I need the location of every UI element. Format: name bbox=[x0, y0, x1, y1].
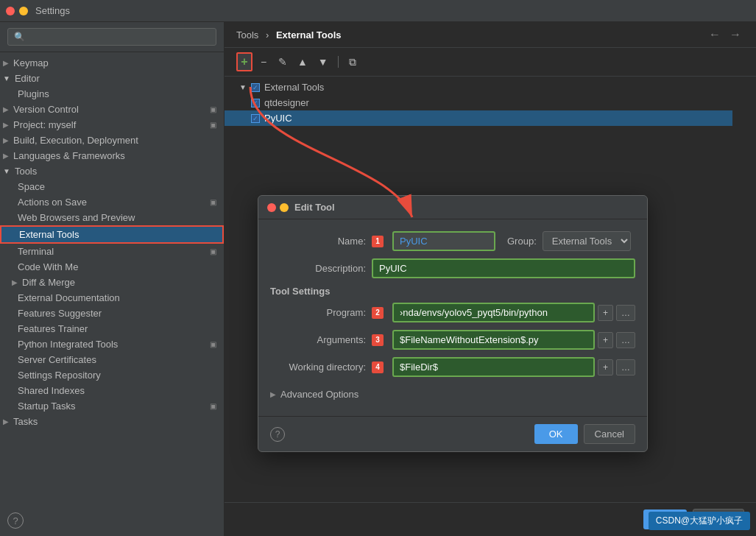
sidebar-item-web-browsers[interactable]: Web Browsers and Preview bbox=[0, 210, 224, 225]
breadcrumb-current: External Tools bbox=[276, 29, 342, 40]
group-checkbox[interactable]: ✓ bbox=[251, 83, 260, 92]
sidebar: ▶ Keymap ▼ Editor Plugins ▶ Version Cont… bbox=[0, 22, 225, 536]
program-input[interactable] bbox=[392, 303, 595, 322]
sidebar-item-settings-repo[interactable]: Settings Repository bbox=[0, 367, 224, 383]
working-dir-input-group: + … bbox=[392, 357, 635, 377]
sidebar-item-diff-merge[interactable]: ▶ Diff & Merge bbox=[0, 275, 224, 290]
dialog-footer: ? OK Cancel bbox=[258, 416, 647, 451]
dialog-ok-button[interactable]: OK bbox=[534, 424, 578, 444]
sidebar-item-external-tools[interactable]: External Tools bbox=[0, 225, 224, 244]
copy-tool-button[interactable]: ⧉ bbox=[345, 54, 361, 71]
item-checkbox[interactable]: ✓ bbox=[251, 99, 260, 107]
arguments-input-group: + … bbox=[392, 330, 635, 350]
sidebar-item-shared-indexes[interactable]: Shared Indexes bbox=[0, 383, 224, 398]
sidebar-item-terminal[interactable]: Terminal ▣ bbox=[0, 244, 224, 259]
tree-item-pyuic[interactable]: ✓ PyUIC bbox=[225, 110, 732, 126]
sidebar-item-label: Settings Repository bbox=[18, 370, 101, 381]
working-dir-input[interactable] bbox=[392, 357, 595, 377]
sidebar-item-project[interactable]: ▶ Project: myself ▣ bbox=[0, 117, 224, 133]
sidebar-item-label: Shared Indexes bbox=[18, 385, 85, 396]
icon-indicator: ▣ bbox=[210, 247, 216, 255]
sidebar-item-server-certs[interactable]: Server Certificates bbox=[0, 352, 224, 367]
sidebar-item-label: Startup Tasks bbox=[18, 401, 76, 412]
name-group-row: Name: 1 Group: External Tools bbox=[270, 231, 635, 251]
working-dir-plus-button[interactable]: + bbox=[598, 359, 613, 375]
step-3-badge: 3 bbox=[372, 334, 384, 346]
dialog-close-button[interactable] bbox=[267, 203, 276, 212]
sidebar-item-label: Features Trainer bbox=[18, 323, 88, 334]
sidebar-item-label: Project: myself bbox=[13, 119, 76, 130]
group-select[interactable]: External Tools bbox=[543, 231, 631, 251]
arrow-icon: ▶ bbox=[12, 278, 18, 286]
remove-tool-button[interactable]: − bbox=[255, 54, 272, 70]
sidebar-item-space[interactable]: Space bbox=[0, 179, 224, 194]
move-down-button[interactable]: ▼ bbox=[314, 54, 332, 70]
sidebar-item-label: External Documentation bbox=[18, 292, 120, 303]
sidebar-item-code-with-me[interactable]: Code With Me bbox=[0, 259, 224, 275]
sidebar-item-label: Plugins bbox=[18, 88, 49, 99]
sidebar-item-editor[interactable]: ▼ Editor bbox=[0, 71, 224, 86]
sidebar-tree: ▶ Keymap ▼ Editor Plugins ▶ Version Cont… bbox=[0, 52, 224, 536]
sidebar-item-plugins[interactable]: Plugins bbox=[0, 86, 224, 102]
dialog-controls[interactable] bbox=[267, 203, 289, 212]
tree-group-external-tools[interactable]: ▼ ✓ External Tools bbox=[236, 80, 744, 95]
dialog-cancel-button[interactable]: Cancel bbox=[584, 424, 635, 444]
sidebar-item-features-suggester[interactable]: Features Suggester bbox=[0, 306, 224, 321]
program-label: Program: bbox=[270, 307, 366, 318]
sidebar-item-label: Version Control bbox=[13, 104, 79, 115]
icon-indicator: ▣ bbox=[210, 402, 216, 410]
minimize-button[interactable] bbox=[19, 7, 28, 15]
arrow-icon: ▶ bbox=[3, 105, 9, 113]
sidebar-item-build[interactable]: ▶ Build, Execution, Deployment bbox=[0, 133, 224, 148]
program-browse-button[interactable]: … bbox=[616, 305, 635, 321]
step-4-badge: 4 bbox=[372, 362, 384, 373]
sidebar-item-keymap[interactable]: ▶ Keymap bbox=[0, 55, 224, 71]
arguments-row: Arguments: 3 + … bbox=[270, 330, 635, 350]
arrow-icon: ▶ bbox=[3, 136, 9, 144]
name-input[interactable] bbox=[392, 231, 495, 251]
advanced-options-toggle[interactable]: ▶ Advanced Options bbox=[270, 384, 635, 404]
sidebar-item-languages[interactable]: ▶ Languages & Frameworks bbox=[0, 148, 224, 163]
dialog-min-button[interactable] bbox=[280, 203, 289, 212]
sidebar-item-tasks[interactable]: ▶ Tasks bbox=[0, 414, 224, 429]
toolbar-separator bbox=[338, 56, 339, 68]
dialog-help-button[interactable]: ? bbox=[270, 427, 285, 442]
sidebar-item-actions-on-save[interactable]: Actions on Save ▣ bbox=[0, 194, 224, 210]
sidebar-item-python-integrated[interactable]: Python Integrated Tools ▣ bbox=[0, 336, 224, 352]
working-dir-browse-button[interactable]: … bbox=[616, 359, 635, 375]
move-up-button[interactable]: ▲ bbox=[294, 54, 311, 70]
arguments-plus-button[interactable]: + bbox=[598, 332, 613, 348]
sidebar-item-features-trainer[interactable]: Features Trainer bbox=[0, 321, 224, 336]
sidebar-item-startup-tasks[interactable]: Startup Tasks ▣ bbox=[0, 398, 224, 414]
arguments-browse-button[interactable]: … bbox=[616, 332, 635, 348]
description-input[interactable] bbox=[372, 258, 635, 278]
program-plus-button[interactable]: + bbox=[598, 305, 613, 321]
step-1-badge: 1 bbox=[372, 236, 384, 247]
arguments-input[interactable] bbox=[392, 330, 595, 350]
close-button[interactable] bbox=[6, 7, 15, 15]
sidebar-item-version-control[interactable]: ▶ Version Control ▣ bbox=[0, 102, 224, 117]
tree-item-qtdesigner[interactable]: ✓ qtdesigner bbox=[236, 95, 744, 110]
nav-back-button[interactable]: ← bbox=[706, 28, 724, 41]
breadcrumb: Tools › External Tools ← → bbox=[225, 22, 756, 48]
sidebar-item-external-doc[interactable]: External Documentation bbox=[0, 290, 224, 306]
nav-forward-button[interactable]: → bbox=[727, 28, 744, 41]
edit-tool-dialog: Edit Tool Name: 1 Group: External Tools … bbox=[258, 195, 648, 452]
content-tree: ▼ ✓ External Tools ✓ qtdesigner ✓ PyUIC bbox=[225, 77, 756, 129]
item-checkbox[interactable]: ✓ bbox=[251, 114, 260, 123]
breadcrumb-text: Tools › External Tools bbox=[236, 29, 342, 40]
help-button[interactable]: ? bbox=[7, 512, 24, 529]
sidebar-item-label: Languages & Frameworks bbox=[13, 150, 125, 161]
sidebar-item-label: External Tools bbox=[19, 229, 79, 240]
sidebar-item-label: Features Suggester bbox=[18, 308, 102, 319]
window-controls[interactable] bbox=[6, 7, 28, 15]
breadcrumb-path: Tools bbox=[236, 29, 258, 40]
sidebar-item-label: Python Integrated Tools bbox=[18, 339, 118, 350]
search-input[interactable] bbox=[7, 28, 216, 46]
add-tool-button[interactable]: + bbox=[236, 52, 252, 71]
edit-tool-button[interactable]: ✎ bbox=[275, 54, 291, 70]
sidebar-item-tools[interactable]: ▼ Tools bbox=[0, 163, 224, 179]
program-input-group: + … bbox=[392, 303, 635, 322]
item-label: qtdesigner bbox=[264, 97, 309, 108]
sidebar-item-label: Code With Me bbox=[18, 261, 78, 272]
